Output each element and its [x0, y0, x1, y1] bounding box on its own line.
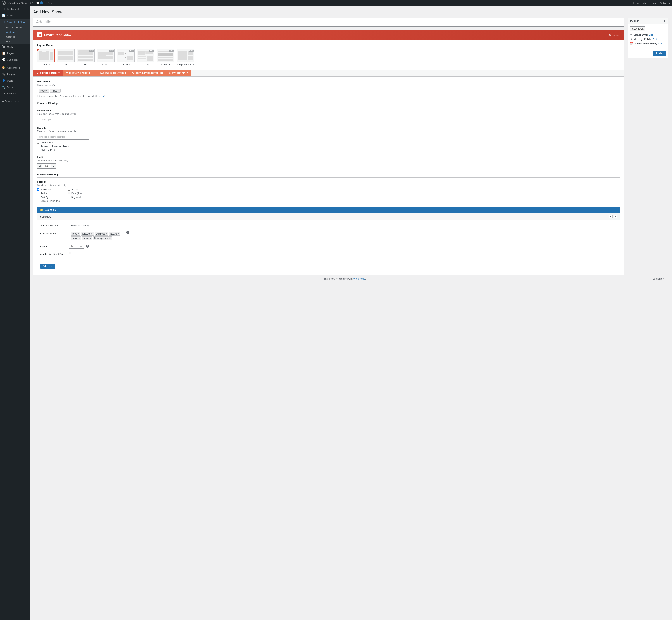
checkbox-filter-taxonomy[interactable]	[37, 188, 40, 191]
category-add-button[interactable]: +	[609, 215, 613, 218]
category-toggle[interactable]: ▾ category	[40, 215, 51, 218]
publish-when-edit-link[interactable]: Edit	[658, 42, 662, 45]
checkbox-current-post-label[interactable]: Current Post	[41, 141, 54, 144]
sidebar-item-plugins[interactable]: 🔌 Plugins	[0, 71, 30, 78]
tab-display-options[interactable]: ⊞ Display Options	[63, 70, 93, 76]
limit-increase-button[interactable]: ▶	[51, 163, 56, 169]
checkbox-password-protected[interactable]	[37, 145, 40, 147]
term-travel-remove[interactable]: ×	[79, 237, 80, 240]
term-business-remove[interactable]: ×	[105, 232, 107, 235]
preset-carousel[interactable]: Carousel	[37, 49, 55, 66]
checkbox-filter-keyword[interactable]	[68, 196, 70, 198]
publish-collapse-icon[interactable]: ▲	[663, 19, 666, 22]
sidebar-item-comments[interactable]: 💬 Comments	[0, 56, 30, 63]
preset-list[interactable]: PRO List	[77, 49, 95, 66]
collapse-icon: ◀	[2, 100, 3, 103]
sidebar-item-users[interactable]: 👤 Users	[0, 78, 30, 84]
new-post-link[interactable]: + New	[46, 2, 53, 4]
preset-label-grid: Grid	[64, 63, 68, 66]
preset-zigzag[interactable]: PRO	[137, 49, 154, 66]
tab-filter-content[interactable]: ▼ Filter Content	[34, 70, 63, 76]
filter-status-label[interactable]: Status	[71, 188, 78, 191]
comments-count-area[interactable]: 💬 0	[36, 1, 43, 4]
title-input[interactable]	[33, 17, 624, 27]
include-only-input[interactable]	[37, 117, 89, 122]
limit-decrease-button[interactable]: ◀	[37, 163, 42, 169]
status-edit-link[interactable]: Edit	[649, 34, 653, 36]
filter-by-options: Taxonomy Author Sort By	[37, 188, 620, 202]
save-draft-button[interactable]: Save Draft	[630, 27, 645, 31]
support-link[interactable]: ⊕ Support	[609, 34, 620, 36]
terms-help-icon[interactable]: ?	[126, 231, 129, 234]
filter-sortby-label[interactable]: Sort By	[41, 196, 49, 199]
filter-date-label[interactable]: Date (Pro)	[71, 192, 83, 195]
tab-carousel-controls[interactable]: ☰ Carousel Controls	[93, 70, 129, 76]
sidebar-item-appearance[interactable]: 🎨 Appearance	[0, 65, 30, 71]
screen-options-button[interactable]: Screen Options	[652, 2, 668, 4]
operator-dropdown[interactable]: IN NOT IN AND	[69, 244, 84, 249]
submenu-add-new[interactable]: Add New	[0, 30, 30, 35]
collapse-menu[interactable]: ◀ Collapse menu	[0, 99, 30, 104]
sidebar-item-smart-post-show[interactable]: ⊡ Smart Post Show	[0, 19, 30, 25]
post-type-tags-input[interactable]: Posts × Pages ×	[37, 88, 100, 94]
checkbox-filter-status[interactable]	[68, 188, 70, 191]
layout-presets-title: Layout Preset	[37, 44, 620, 47]
filter-author-label[interactable]: Author	[41, 192, 48, 195]
taxonomy-block: ▾ category + ×	[37, 213, 620, 271]
filter-keyword-label[interactable]: Keyword	[71, 196, 81, 199]
term-nature-remove[interactable]: ×	[117, 232, 119, 235]
sidebar-item-dashboard[interactable]: ⊞ Dashboard	[0, 6, 30, 12]
checkbox-filter-date[interactable]	[68, 192, 70, 195]
admin-menu: ⊞ Dashboard 📄 Posts ⊡ Smart Post Show Ma…	[0, 6, 30, 620]
exclude-input[interactable]	[37, 134, 89, 140]
tab-typography[interactable]: A Typography	[166, 70, 191, 76]
sps-header: ⊞ Smart Post Show ⊕ Support	[34, 30, 624, 40]
checkbox-add-live-filter[interactable]	[69, 252, 71, 254]
preset-grid[interactable]: Grid	[57, 49, 75, 66]
preset-large-with-small[interactable]: PRO Large with Small	[176, 49, 194, 66]
submenu-manage-shows[interactable]: Manage Shows	[0, 25, 30, 30]
site-name[interactable]: Smart Post Show (Lite)	[8, 2, 33, 4]
visibility-edit-link[interactable]: Edit	[653, 38, 657, 41]
term-uncategorized-label: Uncategorized	[94, 237, 108, 240]
preset-accordion[interactable]: PRO Accordion	[157, 49, 174, 66]
checkbox-current-post[interactable]	[37, 141, 40, 144]
term-news-remove[interactable]: ×	[90, 237, 91, 240]
limit-input[interactable]	[42, 163, 51, 169]
operator-help-icon[interactable]: ?	[86, 245, 89, 248]
terms-tags-input[interactable]: Food × Lifestyle ×	[69, 231, 124, 241]
sidebar-item-pages[interactable]: 📋 Pages	[0, 50, 30, 56]
term-lifestyle-remove[interactable]: ×	[91, 232, 93, 235]
pro-link[interactable]: Pro	[101, 95, 104, 97]
wordpress-link[interactable]: WordPress	[353, 277, 365, 280]
tag-posts-remove[interactable]: ×	[46, 90, 48, 92]
filter-taxonomy-label[interactable]: Taxonomy	[41, 188, 51, 191]
taxonomy-add-new-button[interactable]: Add New	[40, 264, 55, 269]
publish-button[interactable]: Publish	[653, 51, 666, 56]
preset-label-accordion: Accordion	[160, 63, 170, 66]
checkbox-children-label[interactable]: Children Posts	[41, 149, 56, 152]
sidebar-item-settings[interactable]: ⚙ Settings	[0, 91, 30, 97]
tab-detail-page-settings[interactable]: ✎ Detail Page Settings	[129, 70, 166, 76]
term-uncategorized-remove[interactable]: ×	[109, 237, 111, 240]
checkbox-filter-sortby[interactable]	[37, 196, 40, 198]
sidebar-label-comments: Comments	[7, 58, 19, 61]
preset-timeline[interactable]: PRO	[117, 49, 135, 66]
tag-pages-remove[interactable]: ×	[58, 90, 59, 92]
sidebar-item-tools[interactable]: 🔧 Tools	[0, 84, 30, 91]
checkbox-filter-author[interactable]	[37, 192, 40, 195]
submenu-help[interactable]: Help	[0, 39, 30, 44]
checkbox-children-posts[interactable]	[37, 149, 40, 151]
carousel-col-4	[50, 52, 53, 60]
category-remove-button[interactable]: ×	[614, 215, 617, 218]
sidebar-item-media[interactable]: 🖼 Media	[0, 44, 30, 50]
select-taxonomy-dropdown[interactable]: Select Taxonomy Category Tag	[69, 223, 102, 228]
publish-when-value: immediately	[643, 42, 657, 45]
sidebar-item-posts[interactable]: 📄 Posts	[0, 12, 30, 19]
detail-icon: ✎	[132, 71, 134, 74]
submenu-settings[interactable]: Settings	[0, 35, 30, 39]
term-food-remove[interactable]: ×	[77, 232, 79, 235]
limit-label: Limit	[37, 156, 620, 159]
preset-isotope[interactable]: PRO Isotope	[97, 49, 115, 66]
checkbox-password-label[interactable]: Password Protected Posts	[41, 145, 69, 148]
